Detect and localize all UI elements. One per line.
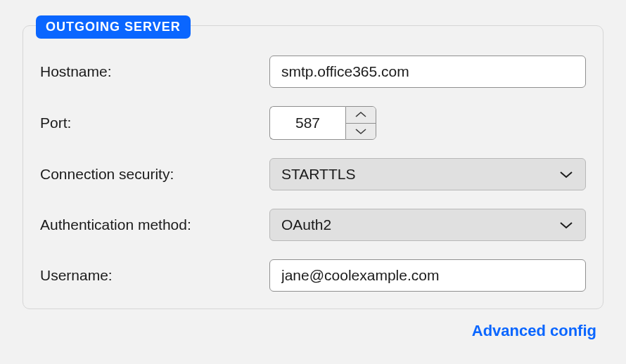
username-label: Username: bbox=[40, 267, 269, 284]
connection-security-row: Connection security: STARTTLS bbox=[40, 158, 586, 190]
chevron-down-icon bbox=[354, 128, 367, 135]
chevron-up-icon bbox=[354, 111, 367, 118]
outgoing-server-panel: OUTGOING SERVER Hostname: Port: bbox=[23, 25, 603, 309]
port-step-up-button[interactable] bbox=[346, 107, 376, 124]
port-input[interactable] bbox=[269, 106, 345, 140]
port-step-down-button[interactable] bbox=[346, 124, 376, 140]
auth-method-label: Authentication method: bbox=[40, 216, 269, 233]
username-input[interactable] bbox=[269, 259, 586, 292]
auth-method-value: OAuth2 bbox=[281, 216, 331, 233]
port-row: Port: bbox=[40, 106, 586, 140]
advanced-config-link[interactable]: Advanced config bbox=[472, 322, 596, 339]
port-stepper bbox=[269, 106, 586, 140]
port-spinner bbox=[345, 106, 376, 140]
connection-security-value: STARTTLS bbox=[281, 166, 355, 183]
connection-security-label: Connection security: bbox=[40, 166, 269, 183]
hostname-input[interactable] bbox=[269, 56, 586, 88]
hostname-row: Hostname: bbox=[40, 56, 586, 88]
hostname-label: Hostname: bbox=[40, 63, 269, 80]
chevron-down-icon bbox=[558, 170, 574, 179]
chevron-down-icon bbox=[558, 221, 574, 230]
port-label: Port: bbox=[40, 115, 269, 131]
footer: Advanced config bbox=[23, 322, 603, 340]
auth-method-row: Authentication method: OAuth2 bbox=[40, 209, 586, 241]
connection-security-select[interactable]: STARTTLS bbox=[269, 158, 586, 190]
auth-method-select[interactable]: OAuth2 bbox=[269, 209, 586, 241]
username-row: Username: bbox=[40, 259, 586, 292]
section-badge: OUTGOING SERVER bbox=[36, 15, 191, 39]
